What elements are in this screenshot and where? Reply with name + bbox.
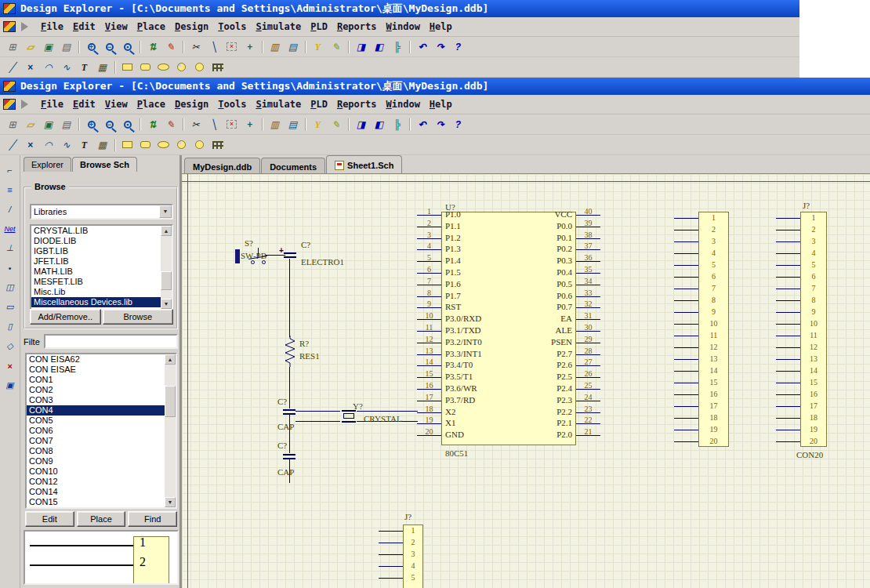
open-folder-icon[interactable]: ▱ xyxy=(21,116,39,133)
text-tool-icon[interactable]: T xyxy=(75,136,93,154)
title-bar[interactable]: Design Explorer - [C:\Documents and Sett… xyxy=(0,78,870,95)
list-item[interactable]: CON5 xyxy=(27,416,165,426)
save-icon[interactable]: ▣ xyxy=(39,38,57,56)
bus-tool-icon[interactable]: ≡ xyxy=(2,182,19,197)
menu-file[interactable]: File xyxy=(36,97,68,111)
open-document-icon[interactable]: ⊞ xyxy=(3,38,21,56)
netlist-icon[interactable]: ◨ xyxy=(352,116,370,133)
curve-tool-icon[interactable]: ∿ xyxy=(57,59,75,76)
polygon-tool-icon[interactable]: × xyxy=(21,59,39,76)
scroll-down-icon[interactable]: ▼ xyxy=(161,299,172,309)
redo-icon[interactable]: ↷ xyxy=(431,38,449,56)
connector-con20[interactable]: J? 1 2 3 4 xyxy=(776,202,827,466)
rectangle-tool-icon[interactable] xyxy=(118,136,136,154)
sheet-symbol-tool-icon[interactable]: ▭ xyxy=(2,299,19,314)
zoom-area-icon[interactable]: ▪ xyxy=(118,38,136,56)
arc-shape-tool-icon[interactable] xyxy=(190,59,208,76)
menu-view[interactable]: View xyxy=(100,20,132,34)
scrollbar-thumb[interactable] xyxy=(165,386,176,417)
ic-80c51[interactable]: U? 1 P1.0 VCC 40 2 P1.1 P0.0 39 xyxy=(417,202,600,466)
app-icon[interactable] xyxy=(3,21,16,32)
place-button[interactable]: Place xyxy=(77,511,126,527)
scrollbar-thumb[interactable] xyxy=(161,271,172,290)
menu-simulate[interactable]: Simulate xyxy=(251,20,306,34)
scrollbar[interactable]: ▲ ▼ xyxy=(165,354,176,507)
sheet-symbol-tool-icon[interactable]: ▦ xyxy=(93,136,111,154)
scrollbar[interactable]: ▲ ▼ xyxy=(161,226,172,309)
menu-window[interactable]: Window xyxy=(382,97,425,111)
menu-pld[interactable]: PLD xyxy=(306,97,332,111)
undo-icon[interactable]: ↶ xyxy=(413,38,431,56)
line-tool-icon[interactable]: ╱ xyxy=(3,136,21,154)
list-item[interactable]: CON2 xyxy=(27,385,165,395)
zoom-out-icon[interactable]: − xyxy=(100,116,118,133)
menu-file[interactable]: File xyxy=(36,20,68,34)
polygon-tool-icon[interactable]: × xyxy=(21,136,39,154)
tab-explorer[interactable]: Explorer xyxy=(24,157,71,172)
menu-reports[interactable]: Reports xyxy=(332,20,382,34)
hierarchy-icon[interactable]: ╠ xyxy=(388,38,406,56)
rounded-rectangle-tool-icon[interactable] xyxy=(136,59,154,76)
schematic-canvas[interactable]: S? SW-PB + C? ELECTRO1 xyxy=(182,174,870,588)
menu-edit[interactable]: Edit xyxy=(68,20,100,34)
netlist-icon[interactable]: ◨ xyxy=(352,38,370,56)
probe-icon[interactable]: Y xyxy=(309,116,327,133)
chevron-down-icon[interactable]: ▼ xyxy=(159,205,172,218)
tab-sheet1-sch[interactable]: Sheet1.Sch xyxy=(326,155,402,173)
libraries-dropdown[interactable]: Libraries ▼ xyxy=(30,204,173,220)
zoom-out-icon[interactable]: − xyxy=(100,38,118,56)
sheet-symbol-tool-icon[interactable]: ▦ xyxy=(93,59,111,76)
port-tool-icon[interactable]: ◇ xyxy=(2,339,19,354)
filter-input[interactable] xyxy=(44,334,178,349)
tab-documents[interactable]: Documents xyxy=(261,158,325,173)
add-remove-button[interactable]: Add/Remove.. xyxy=(30,309,101,325)
connector-bottom[interactable]: J? 1 2 3 4 xyxy=(379,514,424,588)
paste-array-tool-icon[interactable] xyxy=(208,59,227,76)
text-tool-icon[interactable]: T xyxy=(75,59,93,76)
list-item[interactable]: CON3 xyxy=(27,395,165,405)
pie-tool-icon[interactable] xyxy=(172,136,190,154)
deselect-icon[interactable]: × xyxy=(223,38,241,56)
library-list[interactable]: CRYSTAL.LIBDIODE.LIBIGBT.LIBJFET.LIBMATH… xyxy=(30,224,173,310)
net-label-tool-icon[interactable]: Net xyxy=(2,221,19,236)
cross-probe-icon[interactable]: ⇅ xyxy=(143,38,161,56)
find-button[interactable]: Find xyxy=(128,511,177,527)
save-icon[interactable]: ▣ xyxy=(39,116,57,133)
browse-library-icon[interactable]: ▤ xyxy=(284,38,302,56)
tab-mydesign-ddb[interactable]: MyDesign.ddb xyxy=(184,158,260,173)
menu-simulate[interactable]: Simulate xyxy=(251,97,306,111)
hierarchy-icon[interactable]: ╠ xyxy=(388,116,406,133)
list-item[interactable]: JFET.LIB xyxy=(31,256,161,267)
redo-icon[interactable]: ↷ xyxy=(431,116,449,133)
list-item[interactable]: CON8 xyxy=(27,446,165,456)
list-item[interactable]: IGBT.LIB xyxy=(31,246,161,256)
list-item[interactable]: CON4 xyxy=(27,405,165,416)
list-item[interactable]: Miscellaneous Devices.lib xyxy=(31,297,161,307)
power-port-tool-icon[interactable]: ⊥ xyxy=(2,241,19,256)
list-item[interactable]: CON6 xyxy=(27,426,165,436)
menu-window[interactable]: Window xyxy=(382,20,425,34)
wire-cutter-icon[interactable]: ✂ xyxy=(187,116,205,133)
capacitor-cap1[interactable]: C? CAP xyxy=(274,397,315,434)
line-icon[interactable]: ╲ xyxy=(205,38,223,56)
zoom-in-icon[interactable]: + xyxy=(82,38,100,56)
menu-help[interactable]: Help xyxy=(425,20,457,34)
zoom-in-icon[interactable]: + xyxy=(82,116,100,133)
resistor-res1[interactable]: R? RES1 xyxy=(281,336,331,370)
menu-design[interactable]: Design xyxy=(170,97,213,111)
menu-help[interactable]: Help xyxy=(425,97,457,111)
browse-button[interactable]: Browse xyxy=(103,309,174,325)
list-item[interactable]: CON7 xyxy=(27,436,165,446)
ellipse-tool-icon[interactable] xyxy=(154,59,172,76)
ellipse-tool-icon[interactable] xyxy=(154,136,172,154)
print-icon[interactable]: ▤ xyxy=(57,116,75,133)
wire-tool-icon[interactable]: ⌐ xyxy=(2,162,19,177)
list-item[interactable]: CON EISAE xyxy=(27,365,165,375)
scroll-up-icon[interactable]: ▲ xyxy=(161,226,172,236)
arc-shape-tool-icon[interactable] xyxy=(190,136,208,154)
list-item[interactable]: MESFET.LIB xyxy=(31,277,161,287)
list-item[interactable]: MATH.LIB xyxy=(31,267,161,277)
move-icon[interactable]: + xyxy=(241,116,259,133)
menu-place[interactable]: Place xyxy=(132,97,170,111)
sheet-entry-tool-icon[interactable]: ▯ xyxy=(2,319,19,334)
